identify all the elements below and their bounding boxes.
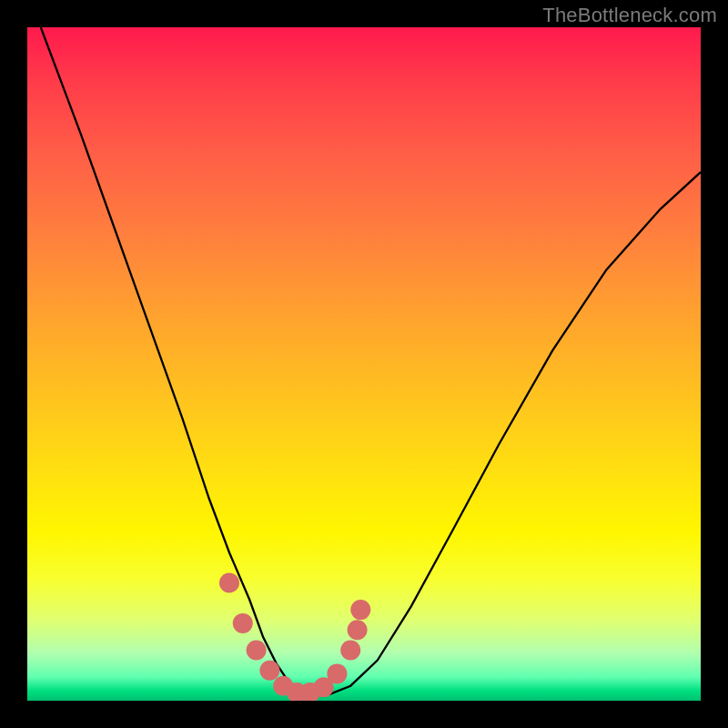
marker-dot [219,573,239,593]
chart-svg [27,27,701,701]
marker-dot [327,663,347,683]
chart-plot-area [27,27,701,701]
chart-frame: TheBottleneck.com [0,0,728,728]
marker-dot [348,620,368,640]
marker-dot [350,600,370,620]
marker-dot [340,641,360,661]
highlight-markers [219,573,370,702]
bottleneck-curve [41,27,701,694]
watermark-text: TheBottleneck.com [542,4,717,27]
marker-dot [233,613,253,633]
marker-dot [247,641,267,661]
marker-dot [259,661,279,681]
